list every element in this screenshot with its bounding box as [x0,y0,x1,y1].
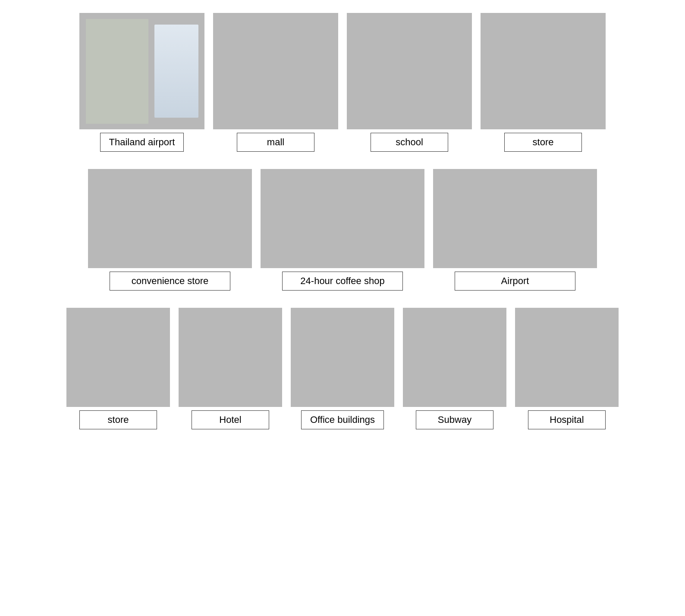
photo-coffee-shop [261,169,424,268]
photo-mall [213,13,338,129]
grid-item-store2: store [66,308,170,429]
caption-thailand-airport: Thailand airport [100,133,184,152]
caption-mall: mall [237,133,314,152]
grid-item-airport: Airport [433,169,597,291]
grid-item-hospital: Hospital [515,308,619,429]
photo-store2 [66,308,170,407]
photo-hotel [179,308,282,407]
caption-hospital: Hospital [528,410,606,429]
photo-thailand-airport [79,13,204,129]
caption-store1: store [504,133,582,152]
grid-item-thailand-airport: Thailand airport [79,13,204,152]
photo-subway [403,308,506,407]
grid-item-school: school [347,13,472,152]
caption-store2: store [79,410,157,429]
photo-office-buildings [291,308,394,407]
caption-office-buildings: Office buildings [301,410,384,429]
grid-item-hotel: Hotel [179,308,282,429]
grid-item-coffee-shop: 24-hour coffee shop [261,169,424,291]
photo-school [347,13,472,129]
caption-subway: Subway [416,410,493,429]
caption-convenience-store: convenience store [110,272,230,291]
grid-item-subway: Subway [403,308,506,429]
photo-store1 [481,13,606,129]
grid-item-mall: mall [213,13,338,152]
photo-convenience-store [88,169,252,268]
caption-coffee-shop: 24-hour coffee shop [282,272,403,291]
row-2: convenience store 24-hour coffee shop Ai… [17,169,668,291]
caption-hotel: Hotel [192,410,269,429]
photo-hospital [515,308,619,407]
caption-school: school [371,133,448,152]
grid-item-office-buildings: Office buildings [291,308,394,429]
row-3: store Hotel Office buildings Subway Hosp… [17,308,668,429]
caption-airport: Airport [455,272,575,291]
photo-airport [433,169,597,268]
grid-item-store1: store [481,13,606,152]
grid-item-convenience-store: convenience store [88,169,252,291]
row-1: Thailand airport mall school store [17,13,668,152]
main-grid: Thailand airport mall school store [17,13,668,429]
